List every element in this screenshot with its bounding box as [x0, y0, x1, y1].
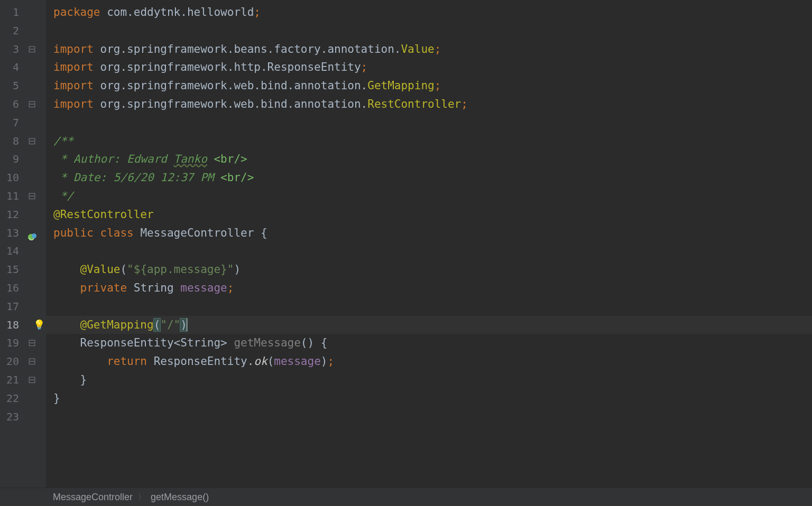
- code-line: * Date: 5/6/20 12:37 PM <br/>: [53, 168, 812, 187]
- code-line: import org.springframework.web.bind.anno…: [53, 77, 812, 95]
- line-number: 1: [0, 3, 22, 22]
- line-number: 10: [0, 168, 22, 187]
- code-line: return ResponseEntity.ok(message);: [53, 352, 812, 371]
- code-line: */: [53, 187, 812, 205]
- fold-toggle-icon[interactable]: ⊟: [20, 40, 43, 59]
- code-line: import org.springframework.beans.factory…: [53, 40, 812, 59]
- code-line: @Value("${app.message}"): [53, 260, 812, 279]
- line-number: 22: [0, 389, 22, 408]
- code-line: [53, 297, 812, 316]
- line-number: 4: [0, 58, 22, 77]
- code-line: [53, 22, 812, 40]
- code-line: }: [53, 371, 812, 389]
- line-number: 21: [0, 371, 22, 389]
- breadcrumb-method[interactable]: getMessage(): [151, 488, 209, 506]
- code-line: [53, 114, 812, 132]
- code-line: @RestController: [53, 205, 812, 224]
- line-number: 6: [0, 95, 22, 114]
- line-number: 11: [0, 187, 22, 205]
- code-line: import org.springframework.web.bind.anno…: [53, 95, 812, 114]
- code-line: ResponseEntity<String> getMessage() {: [53, 334, 812, 352]
- fold-toggle-icon[interactable]: ⊟: [20, 187, 43, 205]
- editor-gutter: 1234567891011121314151617181920212223 ⊟⊟…: [0, 0, 46, 488]
- fold-toggle-icon[interactable]: ⊟: [20, 334, 43, 352]
- line-number: 18: [0, 316, 22, 334]
- code-line: private String message;: [53, 279, 812, 297]
- line-number: 15: [0, 260, 22, 279]
- code-line: import org.springframework.http.Response…: [53, 58, 812, 77]
- code-line: package com.eddytnk.helloworld;: [53, 3, 812, 22]
- line-number: 16: [0, 279, 22, 297]
- line-number: 8: [0, 132, 22, 151]
- line-number: 19: [0, 334, 22, 352]
- line-number: 9: [0, 150, 22, 168]
- code-editor[interactable]: 1234567891011121314151617181920212223 ⊟⊟…: [0, 0, 812, 488]
- chevron-right-icon: 〉: [138, 488, 145, 506]
- code-line: [53, 242, 812, 260]
- fold-toggle-icon[interactable]: ⊟: [20, 371, 43, 389]
- code-area[interactable]: package com.eddytnk.helloworld; import o…: [46, 0, 812, 488]
- breadcrumb-class[interactable]: MessageController: [53, 488, 133, 506]
- spring-run-icon[interactable]: [25, 228, 37, 239]
- code-line: /**: [53, 132, 812, 151]
- fold-toggle-icon[interactable]: ⊟: [20, 352, 43, 371]
- line-number: 12: [0, 205, 22, 224]
- code-line: }: [53, 389, 812, 408]
- line-number: 3: [0, 40, 22, 59]
- code-line: [53, 408, 812, 426]
- line-number: 7: [0, 114, 22, 132]
- line-number: 20: [0, 352, 22, 371]
- gutter-icon-column: ⊟⊟⊟⊟⊟⊟⊟💡: [22, 0, 45, 488]
- line-number: 23: [0, 408, 22, 426]
- line-number: 2: [0, 22, 22, 40]
- code-line: * Author: Edward Tanko <br/>: [53, 150, 812, 168]
- text-caret: [187, 318, 187, 331]
- code-line: public class MessageController {: [53, 224, 812, 242]
- line-number-column: 1234567891011121314151617181920212223: [0, 0, 22, 488]
- line-number: 13: [0, 224, 22, 242]
- line-number: 5: [0, 77, 22, 95]
- fold-toggle-icon[interactable]: ⊟: [20, 95, 43, 114]
- line-number: 17: [0, 297, 22, 316]
- breadcrumbs-bar[interactable]: MessageController 〉 getMessage(): [0, 488, 812, 506]
- line-number: 14: [0, 242, 22, 260]
- fold-toggle-icon[interactable]: ⊟: [20, 132, 43, 151]
